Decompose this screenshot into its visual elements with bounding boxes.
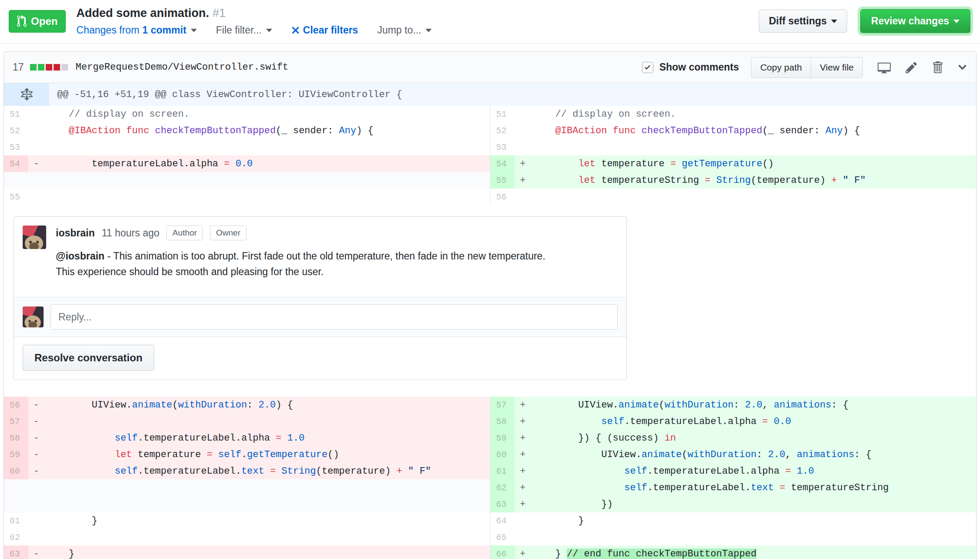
line-number[interactable]: 65 [490,529,515,546]
line-number[interactable]: 63 [4,546,28,559]
line-number[interactable]: 51 [490,106,515,122]
diff-row: 60- self.temperatureLabel.text = String(… [4,463,490,479]
line-number[interactable]: 60 [490,446,515,463]
line-number[interactable]: 62 [490,479,515,496]
diff-marker: + [515,400,531,411]
diff-row: 55+ let temperatureString = String(tempe… [490,172,976,189]
diff-row: 61+ self.temperatureLabel.alpha = 1.0 [490,463,976,479]
code-line: self.temperatureLabel.text = String(temp… [44,466,490,477]
diff-marker: - [28,549,44,559]
expand-diff-button[interactable] [4,83,49,106]
hunk-header: @@ -51,16 +51,19 @@ class ViewController… [4,83,976,106]
diff-marker: - [28,449,44,460]
diff-marker: - [28,416,44,427]
line-number[interactable]: 51 [4,106,28,122]
line-number[interactable]: 52 [490,122,515,139]
show-comments-toggle[interactable]: Show comments [642,61,739,73]
mention-link[interactable]: @iosbrain [56,250,105,262]
line-number[interactable]: 61 [4,512,28,529]
diff-side-old: 51 // display on screen.52 @IBAction fun… [4,106,490,205]
diff-side-old: 56- UIView.animate(withDuration: 2.0) {5… [4,397,490,559]
line-number[interactable]: 62 [4,529,28,546]
line-number[interactable]: 61 [490,463,515,479]
avatar [23,306,44,327]
changed-lines-count: 17 [13,61,24,73]
git-pull-request-icon [17,15,27,27]
line-number[interactable]: 54 [4,155,28,172]
diff-row: 65 [490,529,976,546]
line-number[interactable]: 66 [490,546,515,559]
line-number[interactable]: 56 [490,189,515,205]
line-number[interactable]: 55 [490,172,515,189]
diff-row: 57+ UIView.animate(withDuration: 2.0, an… [490,397,976,413]
reply-input[interactable] [51,304,618,330]
file-filter-dropdown[interactable]: File filter... [216,24,272,36]
line-number[interactable]: 60 [4,463,28,479]
line-number[interactable]: 63 [490,496,515,512]
reply-bar [14,297,626,337]
diff-row [4,172,490,189]
code-line: UIView.animate(withDuration: 2.0) { [44,400,490,411]
code-line: // display on screen. [531,109,976,120]
line-number[interactable]: 53 [490,139,515,155]
diff-row: 58- self.temperatureLabel.alpha = 1.0 [4,430,490,446]
code-line: } [531,515,976,526]
line-number[interactable]: 64 [490,512,515,529]
x-icon [291,25,300,36]
diff-settings-button[interactable]: Diff settings [759,10,847,33]
diff-row: 55 [4,189,490,205]
code-line: self.temperatureLabel.text = temperature… [531,482,976,493]
diff-row: 51 // display on screen. [490,106,976,122]
display-icon[interactable] [878,61,891,74]
line-number[interactable]: 58 [4,430,28,446]
diff-marker: + [515,433,531,444]
line-number [4,496,28,512]
avatar[interactable] [23,226,46,249]
pencil-icon[interactable] [906,61,917,74]
diff-marker: + [515,499,531,510]
owner-badge: Owner [210,226,247,240]
view-file-button[interactable]: View file [811,57,863,78]
diff-row: 66+ } // end func checkTempButtonTapped [490,546,976,559]
line-number[interactable]: 59 [4,446,28,463]
line-number[interactable]: 56 [4,397,28,413]
unfold-icon [21,88,33,101]
diff-marker: + [515,466,531,477]
line-number[interactable]: 59 [490,430,515,446]
line-number[interactable]: 57 [4,413,28,430]
code-line: UIView.animate(withDuration: 2.0, animat… [531,449,976,460]
diffstat [30,64,68,71]
line-number[interactable]: 54 [490,155,515,172]
changes-from-dropdown[interactable]: Changes from1 commit [76,24,196,36]
checkbox-checked-icon[interactable] [642,62,653,73]
diff-row: 60+ UIView.animate(withDuration: 2.0, an… [490,446,976,463]
caret-down-icon [426,29,432,32]
trash-icon[interactable] [932,61,943,74]
comment-author[interactable]: iosbrain [56,227,95,239]
clear-filters-link[interactable]: Clear filters [291,24,358,36]
resolve-conversation-button[interactable]: Resolve conversation [23,345,154,371]
line-number[interactable]: 57 [490,397,515,413]
diff-marker: + [515,482,531,493]
line-number[interactable]: 53 [4,139,28,155]
copy-path-button[interactable]: Copy path [751,57,811,78]
code-line: self.temperatureLabel.alpha = 1.0 [44,433,490,444]
code-line: let temperatureString = String(temperatu… [531,175,976,186]
chevron-down-icon[interactable] [957,61,967,74]
review-changes-button[interactable]: Review changes [860,9,970,33]
line-number[interactable]: 55 [4,189,28,205]
line-number[interactable]: 52 [4,122,28,139]
code-line: @IBAction func checkTempButtonTapped(_ s… [531,125,976,136]
diff-row: 53 [490,139,976,155]
caret-down-icon [191,29,197,32]
diff-marker: + [515,416,531,427]
code-line: } [44,515,490,526]
diffstat-block-added [38,64,44,71]
pr-state-badge: Open [9,10,66,33]
diff-table-hunk1: 51 // display on screen.52 @IBAction fun… [4,106,976,205]
diff-row: 52 @IBAction func checkTempButtonTapped(… [490,122,976,139]
issue-number: #1 [213,7,226,20]
jump-to-dropdown[interactable]: Jump to... [377,24,432,36]
line-number[interactable]: 58 [490,413,515,430]
diff-row: 63- } [4,546,490,559]
